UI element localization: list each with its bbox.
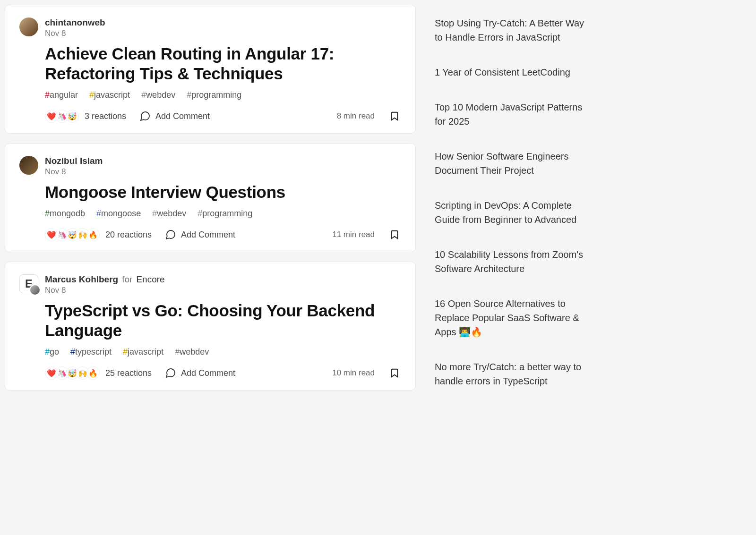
comment-icon [165, 229, 176, 240]
tag[interactable]: #programming [187, 90, 241, 100]
article-title[interactable]: Achieve Clean Routing in Angular 17: Ref… [45, 44, 401, 84]
sidebar-item[interactable]: Top 10 Modern JavaScript Patterns for 20… [435, 100, 586, 128]
card-header: Nozibul IslamNov 8 [19, 156, 401, 177]
sidebar-item[interactable]: Scripting in DevOps: A Complete Guide fr… [435, 198, 586, 227]
add-comment-button[interactable]: Add Comment [165, 367, 235, 379]
author-avatar[interactable] [19, 156, 38, 175]
read-time: 8 min read [337, 111, 375, 121]
add-comment-button[interactable]: Add Comment [139, 110, 210, 122]
tag-name: programming [202, 209, 252, 218]
tag-list: #go#typescript#javascript#webdev [45, 347, 401, 357]
tag-name: angular [50, 90, 78, 100]
tag-name: webdev [157, 209, 186, 218]
comments-label: Add Comment [181, 368, 235, 378]
add-comment-button[interactable]: Add Comment [165, 229, 235, 240]
reactions-count: 3 reactions [85, 111, 126, 121]
card-header: EMarcus KohlbergforEncoreNov 8 [19, 274, 401, 295]
reaction-stack: ❤️🦄🤯🙌🔥 [45, 228, 100, 241]
hash-icon: # [141, 90, 146, 100]
post-date: Nov 8 [45, 286, 165, 295]
tag[interactable]: #go [45, 347, 59, 357]
hash-icon: # [45, 90, 50, 100]
hash-icon: # [175, 347, 180, 357]
hash-icon: # [96, 209, 101, 218]
reactions-button[interactable]: ❤️🦄🤯🙌🔥25 reactions [45, 366, 152, 380]
reaction-icon: 🤯 [66, 110, 79, 123]
tag-name: mongodb [50, 209, 85, 218]
comment-icon [165, 367, 176, 379]
byline: Marcus KohlbergforEncoreNov 8 [45, 274, 165, 295]
author-avatar[interactable] [19, 17, 38, 36]
hash-icon: # [198, 209, 202, 218]
sidebar-item[interactable]: Stop Using Try-Catch: A Better Way to Ha… [435, 16, 586, 44]
tag-list: #angular#javascript#webdev#programming [45, 90, 401, 100]
hash-icon: # [45, 347, 50, 357]
tag[interactable]: #javascript [89, 90, 130, 100]
article-card[interactable]: EMarcus KohlbergforEncoreNov 8TypeScript… [5, 262, 416, 391]
reactions-count: 20 reactions [105, 230, 152, 240]
author-name[interactable]: chintanonweb [45, 17, 105, 28]
tag-name: typescript [75, 347, 112, 357]
bookmark-button[interactable] [388, 228, 401, 241]
meta-bar: ❤️🦄🤯🙌🔥20 reactionsAdd Comment11 min read [45, 228, 401, 241]
tag-list: #mongodb#mongoose#webdev#programming [45, 209, 401, 219]
reaction-stack: ❤️🦄🤯🙌🔥 [45, 366, 100, 380]
article-feed: chintanonwebNov 8Achieve Clean Routing i… [5, 5, 416, 391]
byline: Nozibul IslamNov 8 [45, 156, 103, 177]
article-title[interactable]: TypeScript vs Go: Choosing Your Backend … [45, 301, 401, 340]
tag-name: mongoose [101, 209, 141, 218]
sidebar-item[interactable]: 10 Scalability Lessons from Zoom's Softw… [435, 247, 586, 276]
org-name[interactable]: Encore [136, 274, 164, 285]
bookmark-icon [389, 367, 400, 379]
byline-for: for [122, 274, 132, 285]
tag[interactable]: #mongoose [96, 209, 141, 219]
tag[interactable]: #typescript [70, 347, 112, 357]
reaction-stack: ❤️🦄🤯 [45, 110, 79, 123]
meta-bar: ❤️🦄🤯3 reactionsAdd Comment8 min read [45, 110, 401, 123]
tag-name: go [50, 347, 59, 357]
tag[interactable]: #javascript [123, 347, 163, 357]
tag[interactable]: #webdev [152, 209, 186, 219]
hash-icon: # [123, 347, 128, 357]
author-name[interactable]: Marcus Kohlberg [45, 274, 118, 285]
tag-name: javascript [94, 90, 130, 100]
author-name[interactable]: Nozibul Islam [45, 156, 103, 166]
tag[interactable]: #mongodb [45, 209, 85, 219]
post-date: Nov 8 [45, 167, 103, 177]
read-time: 11 min read [332, 230, 375, 239]
author-avatar[interactable] [29, 284, 41, 296]
hash-icon: # [45, 209, 50, 218]
bookmark-icon [389, 110, 400, 122]
comments-label: Add Comment [155, 111, 210, 121]
article-title[interactable]: Mongoose Interview Questions [45, 182, 401, 202]
sidebar-item[interactable]: 16 Open Source Alternatives to Replace P… [435, 297, 586, 339]
tag-name: javascript [128, 347, 163, 357]
sidebar-trending: Stop Using Try-Catch: A Better Way to Ha… [425, 5, 595, 399]
meta-bar: ❤️🦄🤯🙌🔥25 reactionsAdd Comment10 min read [45, 366, 401, 380]
tag[interactable]: #programming [198, 209, 252, 219]
hash-icon: # [70, 347, 75, 357]
hash-icon: # [89, 90, 94, 100]
card-header: chintanonwebNov 8 [19, 17, 401, 38]
reactions-count: 25 reactions [105, 368, 152, 378]
tag[interactable]: #angular [45, 90, 78, 100]
tag-name: webdev [180, 347, 209, 357]
reaction-icon: 🔥 [86, 366, 100, 380]
org-avatar[interactable]: E [19, 274, 38, 293]
tag[interactable]: #webdev [141, 90, 175, 100]
sidebar-item[interactable]: 1 Year of Consistent LeetCoding [435, 65, 586, 79]
article-card[interactable]: Nozibul IslamNov 8Mongoose Interview Que… [5, 143, 416, 252]
reactions-button[interactable]: ❤️🦄🤯3 reactions [45, 110, 126, 123]
article-card[interactable]: chintanonwebNov 8Achieve Clean Routing i… [5, 5, 416, 134]
sidebar-item[interactable]: No more Try/Catch: a better way to handl… [435, 360, 586, 388]
hash-icon: # [187, 90, 191, 100]
post-date: Nov 8 [45, 29, 105, 38]
tag[interactable]: #webdev [175, 347, 209, 357]
reaction-icon: 🔥 [86, 228, 100, 241]
byline: chintanonwebNov 8 [45, 17, 105, 38]
sidebar-item[interactable]: How Senior Software Engineers Document T… [435, 149, 586, 178]
bookmark-button[interactable] [388, 110, 401, 123]
reactions-button[interactable]: ❤️🦄🤯🙌🔥20 reactions [45, 228, 152, 241]
bookmark-button[interactable] [388, 366, 401, 380]
hash-icon: # [152, 209, 157, 218]
